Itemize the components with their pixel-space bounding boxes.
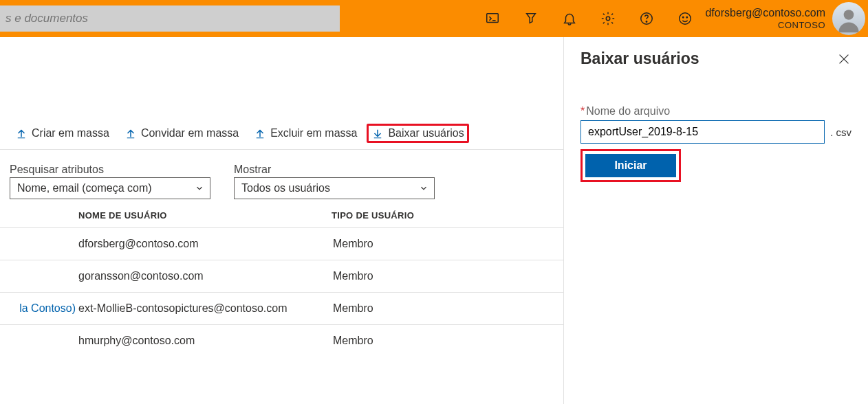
row-username: dforsberg@contoso.com [78,238,333,250]
filename-label: *Nome do arquivo [581,105,851,117]
bulk-invite-label: Convidar em massa [141,127,239,139]
account-menu[interactable]: dforsberg@contoso.com CONTOSO [705,2,868,35]
chevron-down-icon [195,183,204,193]
upload-icon [15,127,28,139]
svg-point-3 [647,21,647,22]
bulk-delete-button[interactable]: Excluir em massa [248,124,362,142]
show-value: Todos os usuários [241,182,330,194]
table-row[interactable]: dforsberg@contoso.comMembro [0,227,563,260]
users-table: NOME DE USUÁRIO TIPO DE USUÁRIO dforsber… [0,206,563,357]
cloud-shell-icon[interactable] [485,11,500,26]
upload-icon [124,127,137,139]
show-label: Mostrar [234,164,435,176]
bulk-create-button[interactable]: Criar em massa [10,124,115,142]
download-users-panel: Baixar usuários *Nome do arquivo . csv I… [564,37,868,404]
panel-title: Baixar usuários [581,49,699,68]
start-button[interactable]: Iniciar [585,154,676,177]
bulk-create-label: Criar em massa [32,127,109,139]
download-users-label: Baixar usuários [388,127,464,139]
row-type: Membro [333,335,554,347]
svg-rect-0 [487,14,499,23]
row-type: Membro [333,270,554,282]
table-row[interactable]: hmurphy@contoso.comMembro [0,324,563,357]
row-username: hmurphy@contoso.com [78,335,333,347]
table-row[interactable]: la Contoso)ext-MollieB-contosopictures@c… [0,292,563,324]
bulk-invite-button[interactable]: Convidar em massa [119,124,244,142]
feedback-smile-icon[interactable] [677,11,693,26]
command-bar: Criar em massa Convidar em massa Excluir… [0,120,563,150]
row-type: Membro [333,238,554,250]
search-attributes-dropdown[interactable]: Nome, email (começa com) [10,177,210,199]
svg-point-4 [680,13,691,25]
col-username-header[interactable]: NOME DE USUÁRIO [78,210,332,221]
bulk-delete-label: Excluir em massa [270,127,357,139]
search-attributes-label: Pesquisar atributos [10,164,210,176]
show-dropdown[interactable]: Todos os usuários [234,177,435,199]
search-attributes-value: Nome, email (começa com) [17,182,152,194]
help-icon[interactable] [639,11,654,26]
filter-icon[interactable] [523,11,539,26]
global-search-input[interactable] [0,5,340,32]
svg-point-7 [844,10,854,20]
row-tag: la Contoso) [10,302,78,315]
download-users-button[interactable]: Baixar usuários [367,124,468,143]
row-username: goransson@contoso.com [78,270,333,282]
chevron-down-icon [419,183,428,193]
upload-icon [254,127,266,139]
col-type-header[interactable]: TIPO DE USUÁRIO [332,210,554,221]
col-spacer [10,210,78,221]
gear-icon[interactable] [600,11,616,26]
svg-point-6 [686,16,687,17]
user-org-text: CONTOSO [705,20,825,31]
row-username: ext-MollieB-contosopictures@contoso.com [78,302,333,315]
user-email-text: dforsberg@contoso.com [705,6,825,20]
filename-input[interactable] [581,120,825,144]
file-extension-text: . csv [830,126,851,138]
svg-point-1 [607,16,611,21]
close-icon[interactable] [836,52,851,67]
table-row[interactable]: goransson@contoso.comMembro [0,260,563,292]
download-icon [371,127,384,139]
row-type: Membro [333,302,554,315]
svg-point-5 [683,16,684,17]
avatar [832,2,865,35]
notifications-icon[interactable] [562,11,577,26]
